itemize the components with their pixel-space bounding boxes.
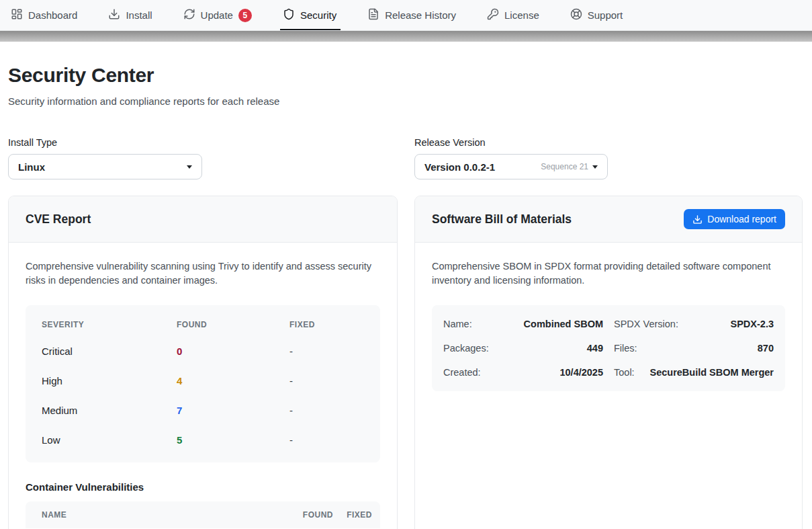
cards-row: CVE Report Comprehensive vulnerability s… (8, 196, 803, 529)
fixed-value: - (289, 375, 364, 386)
main-content: Security Center Security information and… (0, 64, 812, 529)
info-label: Files: (614, 343, 637, 354)
nav-item-license[interactable]: License (487, 0, 539, 30)
cve-card-header: CVE Report (9, 196, 397, 243)
sbom-card-header: Software Bill of Materials Download repo… (415, 196, 802, 243)
cve-card-title: CVE Report (26, 212, 91, 227)
file-text-icon (367, 8, 379, 22)
info-value: SPDX-2.3 (731, 319, 774, 329)
found-value: 7 (177, 405, 289, 416)
sbom-info-row: Created: 10/4/2025 Tool: SecureBuild SBO… (443, 360, 774, 384)
fixed-col-header: FIXED (333, 510, 372, 520)
container-vulnerabilities-table-header: NAME FOUND FIXED (26, 501, 380, 528)
release-version-value: Version 0.0.2-1 (424, 161, 495, 173)
sbom-info-cell: Created: 10/4/2025 (443, 360, 603, 384)
sbom-card-body: Comprehensive SBOM in SPDX format provid… (415, 243, 802, 408)
sbom-info-cell: Files: 870 (614, 336, 774, 360)
cve-description: Comprehensive vulnerability scanning usi… (26, 259, 380, 288)
page-title: Security Center (8, 64, 803, 87)
release-version-label: Release Version (414, 137, 803, 148)
sbom-info-cell: Packages: 449 (443, 336, 603, 360)
key-icon (487, 8, 499, 22)
info-label: Tool: (614, 367, 635, 378)
sbom-info-cell: SPDX Version: SPDX-2.3 (614, 312, 774, 336)
sbom-info-cell: Name: Combined SBOM (443, 312, 603, 336)
severity-label: Low (42, 434, 177, 446)
fixed-value: - (289, 434, 364, 446)
dashboard-icon (11, 8, 23, 22)
info-value: Combined SBOM (524, 319, 603, 329)
install-type-filter: Install Type Linux (8, 137, 398, 179)
filters-row: Install Type Linux Release Version Versi… (8, 137, 803, 179)
download-icon (108, 8, 120, 22)
nav-item-dashboard[interactable]: Dashboard (11, 0, 77, 30)
info-value: 10/4/2025 (559, 367, 603, 378)
top-nav: Dashboard Install Update 5 Security Rele… (0, 0, 812, 31)
severity-label: Medium (42, 405, 177, 416)
found-value: 0 (177, 345, 289, 357)
release-version-select[interactable]: Version 0.0.2-1 Sequence 21 (414, 154, 608, 179)
nav-label: Update (201, 9, 233, 21)
sequence-label: Sequence 21 (541, 162, 588, 171)
nav-label: Dashboard (28, 9, 77, 21)
page-subtitle: Security information and compliance repo… (8, 95, 803, 107)
sbom-card: Software Bill of Materials Download repo… (414, 196, 803, 529)
severity-label: Critical (42, 345, 177, 357)
nav-item-release-history[interactable]: Release History (367, 0, 456, 30)
severity-col-header: SEVERITY (42, 320, 177, 329)
nav-label: Install (126, 9, 152, 21)
table-row: High 4 - (26, 366, 380, 395)
sbom-description: Comprehensive SBOM in SPDX format provid… (432, 259, 785, 288)
info-value: SecureBuild SBOM Merger (649, 367, 774, 378)
nav-label: License (504, 9, 539, 21)
install-type-label: Install Type (8, 137, 398, 148)
nav-label: Release History (385, 9, 456, 21)
sbom-info-row: Name: Combined SBOM SPDX Version: SPDX-2… (443, 312, 774, 336)
cve-report-card: CVE Report Comprehensive vulnerability s… (8, 196, 398, 529)
fixed-value: - (289, 345, 364, 357)
info-value: 870 (758, 343, 774, 354)
nav-item-update[interactable]: Update 5 (183, 0, 252, 30)
chevron-down-icon (592, 165, 598, 169)
found-col-header: FOUND (283, 510, 333, 520)
info-label: Name: (443, 319, 472, 329)
refresh-icon (183, 8, 195, 22)
fixed-value: - (289, 405, 364, 416)
nav-item-security[interactable]: Security (283, 0, 336, 30)
info-label: Created: (443, 367, 481, 378)
sequence-wrap: Sequence 21 (541, 162, 598, 171)
download-report-label: Download report (707, 214, 776, 225)
container-vulnerabilities-title: Container Vulnerabilities (26, 481, 380, 493)
severity-label: High (42, 375, 177, 386)
info-value: 449 (587, 343, 603, 354)
found-value: 4 (177, 375, 289, 386)
life-buoy-icon (570, 8, 582, 22)
cve-card-body: Comprehensive vulnerability scanning usi… (9, 243, 397, 529)
nav-item-support[interactable]: Support (570, 0, 623, 30)
found-value: 5 (177, 434, 289, 446)
nav-label: Support (588, 9, 623, 21)
sbom-info-cell: Tool: SecureBuild SBOM Merger (614, 360, 774, 384)
severity-table-header: SEVERITY FOUND FIXED (26, 313, 380, 336)
nav-item-install[interactable]: Install (108, 0, 152, 30)
update-count-badge: 5 (238, 9, 252, 22)
download-icon (692, 214, 703, 225)
page-scroll-band (0, 31, 812, 42)
info-label: Packages: (443, 343, 489, 354)
name-col-header: NAME (42, 510, 283, 520)
info-label: SPDX Version: (614, 319, 678, 329)
install-type-select[interactable]: Linux (8, 154, 202, 179)
install-type-value: Linux (18, 161, 45, 173)
sbom-card-title: Software Bill of Materials (432, 212, 572, 227)
download-report-button[interactable]: Download report (684, 209, 785, 229)
table-row: Critical 0 - (26, 336, 380, 366)
table-row: Low 5 - (26, 425, 380, 454)
sbom-info-grid: Name: Combined SBOM SPDX Version: SPDX-2… (432, 305, 785, 391)
severity-table: SEVERITY FOUND FIXED Critical 0 - High 4… (26, 305, 380, 462)
release-version-filter: Release Version Version 0.0.2-1 Sequence… (414, 137, 803, 179)
chevron-down-icon (187, 165, 192, 169)
sbom-info-row: Packages: 449 Files: 870 (443, 336, 774, 360)
fixed-col-header: FIXED (289, 320, 364, 329)
nav-label: Security (300, 9, 336, 21)
table-row: Medium 7 - (26, 395, 380, 425)
